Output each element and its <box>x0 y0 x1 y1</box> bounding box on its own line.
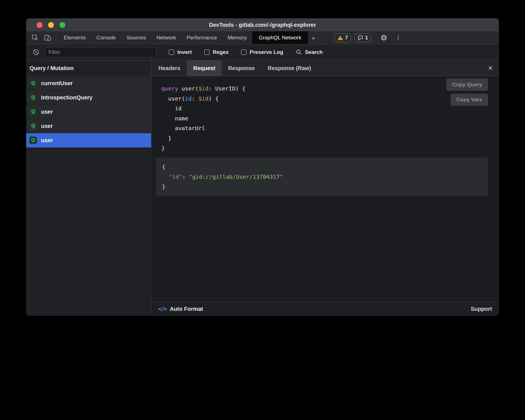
copy-query-button[interactable]: Copy Query <box>446 78 488 91</box>
main-content: Query / Mutation Q currentUser Q Introsp… <box>26 60 499 316</box>
tab-console[interactable]: Console <box>91 31 121 44</box>
code-token: name <box>161 115 188 122</box>
request-body: Copy Query Copy Vars query user($id: Use… <box>151 76 499 302</box>
code-token: : <box>192 95 198 102</box>
code-token: ) { <box>209 95 219 102</box>
regex-checkbox-box[interactable] <box>204 49 210 55</box>
regex-checkbox[interactable]: Regex <box>204 49 229 55</box>
toolbar-divider <box>56 34 56 41</box>
window-title: DevTools - gitlab.com/-/graphql-explorer <box>26 22 499 28</box>
variables-line: } <box>162 182 485 192</box>
code-token: $id <box>198 85 208 92</box>
code-token: { <box>162 164 165 170</box>
invert-label: Invert <box>177 49 192 55</box>
messages-badge[interactable]: 1 <box>354 34 371 42</box>
close-window-button[interactable] <box>37 22 42 28</box>
code-token: user( <box>178 85 198 92</box>
message-count: 1 <box>365 35 368 41</box>
query-list-item-introspectionquery[interactable]: Q IntrospectionQuery <box>26 90 151 105</box>
sidebar-header: Query / Mutation <box>26 60 151 76</box>
support-link[interactable]: Support <box>471 306 492 312</box>
query-name: currentUser <box>41 80 73 87</box>
variables-line: "id": "gid://gitlab/User/13704317" <box>162 172 485 182</box>
device-toolbar-button[interactable] <box>41 31 54 44</box>
code-line: avatarUrl <box>161 123 499 133</box>
devtools-toolbar: Elements Console Sources Network Perform… <box>26 31 499 44</box>
invert-checkbox-box[interactable] <box>169 49 174 55</box>
code-line: name <box>161 114 499 124</box>
copy-vars-button[interactable]: Copy Vars <box>450 94 488 106</box>
block-circle-icon <box>32 49 40 56</box>
auto-format-button[interactable]: Auto Format <box>170 306 203 312</box>
warning-triangle-icon <box>337 35 343 41</box>
code-token: id <box>185 95 192 102</box>
query-list-item-user-3-selected[interactable]: Q user <box>26 133 151 147</box>
query-list-item-user-2[interactable]: Q user <box>26 119 151 133</box>
invert-checkbox[interactable]: Invert <box>169 49 192 55</box>
screen: { "window": { "title": "DevTools - gitla… <box>0 0 525 420</box>
query-type-badge: Q <box>29 80 37 87</box>
close-detail-icon[interactable]: × <box>486 60 495 76</box>
preserve-log-label: Preserve Log <box>250 49 283 55</box>
clear-requests-button[interactable] <box>32 49 40 56</box>
kebab-menu-icon <box>395 34 402 41</box>
query-type-badge: Q <box>29 94 37 101</box>
tab-sources[interactable]: Sources <box>121 31 151 44</box>
query-type-badge: Q <box>29 137 37 144</box>
query-name: user <box>41 137 53 144</box>
device-toolbar-icon <box>44 34 51 41</box>
warnings-badge[interactable]: 7 <box>334 34 351 42</box>
detail-tab-bar: Headers Request Response Response (Raw) … <box>151 60 499 76</box>
inspect-element-button[interactable] <box>29 31 41 44</box>
more-tabs-button[interactable]: » <box>308 31 319 44</box>
tab-headers[interactable]: Headers <box>152 60 187 76</box>
regex-label: Regex <box>213 49 229 55</box>
code-token: } <box>161 145 165 152</box>
copy-buttons: Copy Query Copy Vars <box>446 78 488 106</box>
preserve-log-checkbox-box[interactable] <box>241 49 247 55</box>
code-token: avatarUrl <box>161 125 205 132</box>
variables-line: { <box>162 162 485 172</box>
code-format-icon: </> <box>158 306 166 312</box>
code-token: user( <box>161 95 185 102</box>
code-token <box>162 173 169 180</box>
query-list-item-user-1[interactable]: Q user <box>26 105 151 119</box>
query-list-item-currentuser[interactable]: Q currentUser <box>26 76 151 90</box>
code-token: : <box>182 173 189 180</box>
preserve-log-checkbox[interactable]: Preserve Log <box>241 49 283 55</box>
request-detail-panel: Headers Request Response Response (Raw) … <box>151 60 499 316</box>
code-token: "id" <box>169 173 182 180</box>
search-control[interactable]: Search <box>295 49 323 56</box>
tab-performance[interactable]: Performance <box>181 31 222 44</box>
settings-button[interactable] <box>378 31 390 44</box>
detail-footer: </> Auto Format Support <box>151 302 499 316</box>
query-type-badge: Q <box>29 108 37 116</box>
code-token: $id <box>198 95 208 102</box>
code-token: id <box>161 105 182 112</box>
search-label: Search <box>305 49 323 55</box>
inspect-cursor-icon <box>32 34 39 41</box>
traffic-lights <box>37 18 65 31</box>
filter-input[interactable] <box>45 47 156 58</box>
tab-memory[interactable]: Memory <box>222 31 252 44</box>
tab-elements[interactable]: Elements <box>58 31 91 44</box>
code-token: query <box>161 85 178 92</box>
code-token: } <box>161 135 171 142</box>
tab-network[interactable]: Network <box>151 31 182 44</box>
zoom-window-button[interactable] <box>59 22 65 28</box>
code-token: } <box>162 183 165 190</box>
message-bubble-icon <box>357 35 363 41</box>
minimize-window-button[interactable] <box>48 22 54 28</box>
search-icon <box>295 49 302 56</box>
status-badges: 7 1 <box>334 31 371 44</box>
query-variables-block: { "id": "gid://gitlab/User/13704317" } <box>156 157 488 196</box>
title-bar: DevTools - gitlab.com/-/graphql-explorer <box>26 18 499 31</box>
tab-request[interactable]: Request <box>187 60 222 76</box>
tab-response[interactable]: Response <box>222 60 261 76</box>
tab-graphql-network[interactable]: GraphQL Network <box>252 31 308 44</box>
devtools-window: DevTools - gitlab.com/-/graphql-explorer… <box>26 18 499 316</box>
more-options-button[interactable] <box>392 31 404 44</box>
tab-response-raw[interactable]: Response (Raw) <box>261 60 318 76</box>
code-token: : UserID) { <box>209 85 245 92</box>
query-name: user <box>41 123 53 129</box>
